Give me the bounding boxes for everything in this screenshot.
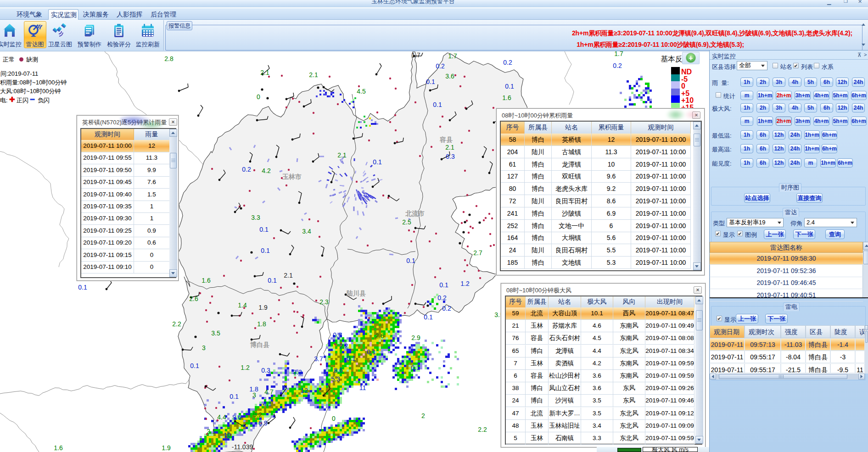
svg-text:0.1: 0.1 bbox=[261, 247, 270, 254]
svg-text:3.7: 3.7 bbox=[314, 355, 323, 363]
svg-text:3.6: 3.6 bbox=[445, 73, 454, 80]
svg-text:2.1: 2.1 bbox=[207, 428, 216, 435]
svg-text:12: 12 bbox=[301, 387, 308, 394]
svg-text:4.2: 4.2 bbox=[262, 167, 271, 174]
svg-text:-11.039: -11.039 bbox=[232, 443, 253, 451]
svg-text:0.2: 0.2 bbox=[242, 166, 251, 173]
svg-text:3.3: 3.3 bbox=[293, 368, 302, 376]
svg-text:博白县: 博白县 bbox=[250, 341, 269, 348]
svg-text:0.1: 0.1 bbox=[268, 277, 277, 284]
svg-text:0.3: 0.3 bbox=[446, 153, 455, 160]
svg-text:6.9: 6.9 bbox=[258, 419, 268, 427]
svg-text:3.3: 3.3 bbox=[251, 214, 260, 221]
svg-text:1.9: 1.9 bbox=[162, 444, 171, 452]
svg-text:4.7: 4.7 bbox=[264, 388, 274, 396]
svg-text:2.9: 2.9 bbox=[411, 334, 420, 341]
svg-text:1.6: 1.6 bbox=[202, 277, 211, 284]
svg-text:0.1: 0.1 bbox=[426, 78, 435, 85]
svg-text:11: 11 bbox=[359, 384, 366, 391]
svg-text:2.1: 2.1 bbox=[284, 272, 293, 279]
svg-text:0.1: 0.1 bbox=[433, 101, 442, 108]
svg-text:2.1: 2.1 bbox=[337, 151, 347, 159]
svg-text:8.6: 8.6 bbox=[334, 367, 343, 374]
svg-text:0.1: 0.1 bbox=[230, 393, 239, 400]
svg-text:0.1: 0.1 bbox=[406, 257, 415, 264]
svg-text:1.6: 1.6 bbox=[54, 444, 63, 452]
svg-text:2.7: 2.7 bbox=[473, 249, 482, 257]
svg-text:2.3: 2.3 bbox=[319, 298, 329, 306]
svg-text:1.9: 1.9 bbox=[258, 304, 268, 311]
svg-text:容县: 容县 bbox=[439, 136, 453, 143]
svg-text:3.5: 3.5 bbox=[211, 329, 220, 337]
svg-text:1.7: 1.7 bbox=[614, 51, 623, 57]
svg-text:0.8: 0.8 bbox=[333, 331, 342, 339]
svg-text:4.4: 4.4 bbox=[217, 413, 226, 421]
svg-text:0.1: 0.1 bbox=[411, 364, 420, 371]
svg-text:玉林市: 玉林市 bbox=[282, 173, 302, 180]
svg-text:2.6: 2.6 bbox=[189, 295, 198, 302]
svg-text:0.2: 0.2 bbox=[442, 305, 451, 312]
svg-text:0: 0 bbox=[257, 93, 260, 100]
svg-text:1.7: 1.7 bbox=[448, 52, 457, 60]
svg-text:5.3: 5.3 bbox=[331, 375, 340, 383]
svg-text:0.2: 0.2 bbox=[436, 62, 445, 70]
svg-text:1.8: 1.8 bbox=[257, 320, 266, 328]
svg-text:0.2: 0.2 bbox=[503, 59, 512, 66]
svg-text:0: 0 bbox=[332, 415, 336, 422]
svg-text:1.2: 1.2 bbox=[241, 364, 250, 371]
svg-text:0.2: 0.2 bbox=[437, 294, 447, 301]
svg-text:2.1: 2.1 bbox=[309, 71, 318, 78]
svg-text:9.6: 9.6 bbox=[232, 413, 241, 421]
svg-text:2.2: 2.2 bbox=[172, 320, 181, 328]
svg-text:2.1: 2.1 bbox=[260, 69, 269, 76]
svg-text:0.1: 0.1 bbox=[373, 158, 382, 166]
svg-text:0.1: 0.1 bbox=[259, 226, 269, 233]
svg-text:陆川县: 陆川县 bbox=[347, 290, 366, 297]
svg-text:3: 3 bbox=[202, 344, 206, 352]
svg-text:10: 10 bbox=[224, 431, 231, 439]
svg-text:2.5: 2.5 bbox=[402, 218, 411, 226]
svg-text:3.4: 3.4 bbox=[302, 228, 311, 235]
svg-text:2: 2 bbox=[421, 412, 425, 419]
svg-text:0.1: 0.1 bbox=[347, 355, 356, 362]
svg-text:2.8: 2.8 bbox=[164, 55, 174, 62]
svg-text:0.1: 0.1 bbox=[424, 313, 433, 321]
svg-text:0.1: 0.1 bbox=[190, 362, 199, 369]
svg-text:2.1: 2.1 bbox=[445, 144, 454, 151]
svg-text:4.5: 4.5 bbox=[357, 88, 366, 95]
svg-text:1.2: 1.2 bbox=[460, 280, 470, 287]
svg-text:0.1: 0.1 bbox=[505, 83, 514, 90]
svg-text:1.8: 1.8 bbox=[249, 385, 258, 393]
svg-text:4.1: 4.1 bbox=[263, 400, 272, 407]
svg-text:2.6: 2.6 bbox=[375, 332, 384, 340]
svg-text:0.3: 0.3 bbox=[261, 367, 270, 374]
svg-text:北流市: 北流市 bbox=[405, 210, 425, 217]
svg-text:0.2: 0.2 bbox=[613, 62, 622, 69]
svg-text:0.1: 0.1 bbox=[367, 348, 376, 356]
svg-text:2.2: 2.2 bbox=[478, 426, 487, 433]
svg-text:9.2: 9.2 bbox=[253, 411, 262, 419]
svg-text:1.6: 1.6 bbox=[502, 94, 511, 101]
svg-text:2.2: 2.2 bbox=[339, 342, 348, 350]
svg-text:1.7: 1.7 bbox=[411, 51, 420, 59]
svg-text:0.1: 0.1 bbox=[78, 284, 87, 291]
svg-text:0.1: 0.1 bbox=[439, 281, 448, 289]
svg-text:1.4: 1.4 bbox=[238, 301, 247, 309]
